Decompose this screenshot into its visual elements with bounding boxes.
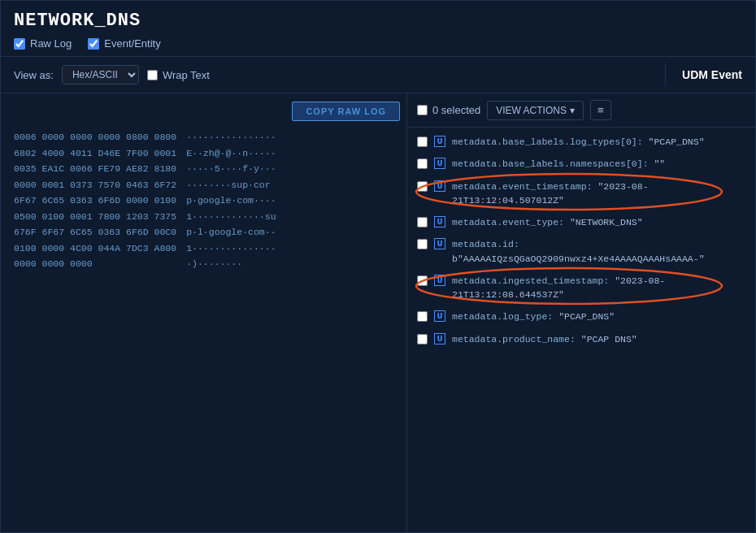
- copy-btn-row: COPY RAW LOG: [14, 102, 400, 121]
- view-actions-label: VIEW ACTIONS: [496, 105, 567, 116]
- selected-count-text: 0 selected: [432, 104, 480, 116]
- udm-key: metadata.base_labels.namespaces[0]:: [452, 158, 654, 169]
- udm-value: "PCAP_DNS": [649, 136, 705, 147]
- udm-key: metadata.log_type:: [452, 311, 558, 322]
- udm-item-text: metadata.log_type: "PCAP_DNS": [452, 310, 745, 323]
- udm-item[interactable]: U metadata.event_type: "NETWORK_DNS": [407, 211, 755, 233]
- event-entity-checkbox-label[interactable]: Event/Entity: [88, 37, 160, 50]
- wrap-text-text: Wrap Text: [163, 69, 210, 81]
- udm-type-icon: U: [434, 216, 445, 228]
- right-panel: 0 selected VIEW ACTIONS ▾ ≡ U: [407, 93, 755, 532]
- udm-item-text: metadata.base_labels.namespaces[0]: "": [452, 157, 745, 171]
- raw-log-checkbox-label[interactable]: Raw Log: [14, 37, 72, 50]
- app-title: NETWORK_DNS: [14, 11, 742, 31]
- udm-value: "PCAP_DNS": [558, 311, 615, 322]
- udm-item-text: metadata.id: b"AAAAAIQzsQGaOQ2909nwxz4+X…: [452, 237, 745, 266]
- udm-value: "": [654, 158, 665, 169]
- udm-event-label: UDM Event: [676, 68, 742, 81]
- udm-type-icon: U: [434, 310, 445, 322]
- udm-item-checkbox[interactable]: [417, 275, 428, 286]
- udm-key: metadata.product_name:: [452, 334, 581, 344]
- udm-key: metadata.event_timestamp:: [452, 181, 597, 192]
- udm-item-checkbox[interactable]: [417, 311, 428, 322]
- udm-item-checkbox[interactable]: [417, 136, 428, 147]
- chevron-down-icon: ▾: [570, 105, 575, 116]
- view-as-label: View as:: [14, 69, 54, 81]
- filter-icon: ≡: [597, 104, 604, 116]
- udm-item[interactable]: U metadata.log_type: "PCAP_DNS": [407, 306, 755, 327]
- udm-type-icon: U: [434, 333, 445, 344]
- checkboxes-row: Raw Log Event/Entity: [14, 37, 742, 50]
- udm-key: metadata.event_type:: [452, 217, 570, 228]
- udm-value: "NETWORK_DNS": [570, 217, 643, 228]
- udm-item-checkbox[interactable]: [417, 181, 428, 192]
- raw-log-checkbox[interactable]: [14, 38, 25, 50]
- udm-list: U metadata.base_labels.log_types[0]: "PC…: [407, 128, 755, 532]
- udm-key: metadata.base_labels.log_types[0]:: [452, 136, 649, 147]
- udm-value: "PCAP DNS": [581, 334, 637, 344]
- udm-item[interactable]: U metadata.product_name: "PCAP DNS": [407, 328, 755, 350]
- udm-type-icon: U: [434, 180, 445, 192]
- udm-item-text: metadata.ingested_timestamp: "2023-08-21…: [452, 274, 745, 302]
- view-as-select[interactable]: Hex/ASCII Raw JSON: [62, 65, 139, 84]
- app-container: NETWORK_DNS Raw Log Event/Entity View as…: [0, 0, 756, 533]
- udm-item-checkbox[interactable]: [417, 217, 428, 228]
- wrap-text-label[interactable]: Wrap Text: [147, 69, 210, 81]
- ascii-column: ················ E··zh@·@··n····· ·····5…: [186, 129, 276, 272]
- left-panel: COPY RAW LOG 0006 0000 0000 0000 0800 08…: [1, 93, 407, 532]
- udm-item-text: metadata.event_type: "NETWORK_DNS": [452, 215, 745, 229]
- udm-item-ingested-timestamp[interactable]: U metadata.ingested_timestamp: "2023-08-…: [407, 270, 755, 306]
- wrap-text-checkbox[interactable]: [147, 70, 158, 80]
- udm-item-checkbox[interactable]: [417, 334, 428, 344]
- toolbar: View as: Hex/ASCII Raw JSON Wrap Text UD…: [1, 56, 755, 93]
- udm-item-event-timestamp[interactable]: U metadata.event_timestamp: "2023-08-21T…: [407, 176, 755, 212]
- udm-item-text: metadata.event_timestamp: "2023-08-21T13…: [452, 180, 745, 208]
- udm-key: metadata.id:: [452, 239, 519, 249]
- udm-item-text: metadata.base_labels.log_types[0]: "PCAP…: [452, 135, 745, 149]
- udm-toolbar: 0 selected VIEW ACTIONS ▾ ≡: [407, 93, 755, 128]
- udm-type-icon: U: [434, 158, 445, 169]
- udm-item-checkbox[interactable]: [417, 158, 428, 169]
- udm-item[interactable]: U metadata.base_labels.log_types[0]: "PC…: [407, 131, 755, 153]
- udm-item[interactable]: U metadata.id: b"AAAAAIQzsQGaOQ2909nwxz4…: [407, 233, 755, 270]
- selected-count-area: 0 selected: [417, 104, 480, 116]
- toolbar-left: View as: Hex/ASCII Raw JSON Wrap Text: [14, 65, 655, 84]
- event-entity-label: Event/Entity: [104, 37, 160, 50]
- hex-content: 0006 0000 0000 0000 0800 0800 6802 4000 …: [14, 129, 400, 272]
- udm-type-icon: U: [434, 275, 445, 286]
- header: NETWORK_DNS Raw Log Event/Entity: [1, 1, 755, 56]
- copy-raw-log-button[interactable]: COPY RAW LOG: [292, 102, 400, 121]
- udm-type-icon: U: [434, 136, 445, 147]
- filter-button[interactable]: ≡: [590, 100, 611, 120]
- toolbar-divider: [665, 63, 666, 86]
- udm-type-icon: U: [434, 238, 445, 249]
- udm-item-checkbox[interactable]: [417, 239, 428, 249]
- view-actions-button[interactable]: VIEW ACTIONS ▾: [487, 101, 584, 120]
- raw-log-label: Raw Log: [30, 37, 72, 50]
- right-panel-wrapper: 0 selected VIEW ACTIONS ▾ ≡ U: [407, 93, 755, 532]
- hex-column: 0006 0000 0000 0000 0800 0800 6802 4000 …: [14, 129, 176, 272]
- select-all-checkbox[interactable]: [417, 105, 428, 115]
- udm-key: metadata.ingested_timestamp:: [452, 275, 615, 286]
- event-entity-checkbox[interactable]: [88, 38, 99, 50]
- main-content: COPY RAW LOG 0006 0000 0000 0000 0800 08…: [1, 93, 755, 532]
- udm-item-text: metadata.product_name: "PCAP DNS": [452, 332, 745, 346]
- udm-item[interactable]: U metadata.base_labels.namespaces[0]: "": [407, 153, 755, 175]
- udm-value: b"AAAAAIQzsQGaOQ2909nwxz4+Xe4AAAAQAAAHsA…: [452, 254, 705, 264]
